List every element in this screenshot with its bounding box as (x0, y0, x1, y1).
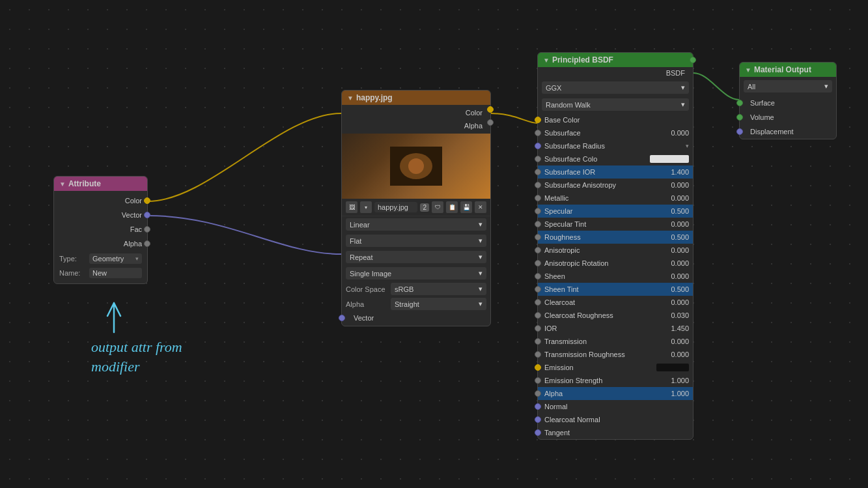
subsurface-ior-label: Subsurface IOR (544, 168, 659, 176)
subsurface-aniso-value: 0.000 (663, 181, 689, 189)
repeat-dropdown[interactable]: Repeat ▾ (346, 251, 486, 263)
normal-row: Normal (538, 400, 693, 413)
interpolation-dropdown[interactable]: Linear ▾ (346, 218, 486, 231)
material-node-header: ▼ Material Output (740, 63, 836, 77)
projection-dropdown[interactable]: Single Image ▾ (346, 267, 486, 280)
anisotropic-rot-socket[interactable] (535, 260, 541, 266)
specular-value: 0.500 (663, 207, 689, 215)
base-color-socket[interactable] (535, 117, 541, 123)
sss-dropdown[interactable]: Random Walk ▾ (542, 98, 689, 111)
extension-dropdown[interactable]: Flat ▾ (346, 235, 486, 247)
image-name-field[interactable]: happy.jpg (374, 202, 417, 212)
projection-row: Single Image ▾ (342, 265, 490, 281)
tangent-label: Tangent (544, 429, 689, 437)
svg-text:output attr from: output attr from (91, 339, 182, 355)
transmission-roughness-label: Transmission Roughness (544, 351, 659, 358)
image-vector-label: Vector (354, 314, 374, 322)
volume-row: Volume (740, 110, 836, 124)
material-collapse-arrow[interactable]: ▼ (745, 66, 751, 74)
emission-strength-socket[interactable] (535, 377, 541, 384)
material-dropdown-chevron: ▾ (824, 82, 828, 91)
clearcoat-socket[interactable] (535, 299, 541, 306)
collapse-arrow[interactable]: ▼ (59, 180, 66, 188)
displacement-label: Displacement (750, 128, 794, 136)
image-save-btn[interactable]: 💾 (460, 201, 472, 213)
ior-row: IOR 1.450 (538, 322, 693, 335)
alpha-bsdf-socket[interactable] (535, 390, 541, 397)
projection-chevron: ▾ (479, 269, 483, 278)
roughness-value: 0.500 (663, 233, 689, 241)
preview-thumbnail (390, 147, 442, 186)
subsurface-value: 0.000 (663, 129, 689, 137)
clearcoat-roughness-label: Clearcoat Roughness (544, 311, 659, 319)
name-input[interactable]: New (89, 268, 142, 278)
subsurface-row: Subsurface 0.000 (538, 126, 693, 139)
specular-socket[interactable] (535, 208, 541, 214)
surface-label: Surface (750, 99, 775, 107)
output-fac-row: Fac (54, 222, 147, 237)
subsurface-color-swatch[interactable] (650, 155, 689, 163)
output-fac-socket[interactable] (144, 226, 150, 233)
emission-color-swatch[interactable] (656, 364, 689, 371)
sheen-socket[interactable] (535, 273, 541, 280)
transmission-roughness-value: 0.000 (663, 351, 689, 358)
image-type-icon[interactable]: 🖼 (346, 201, 357, 213)
image-copy-btn[interactable]: 📋 (446, 201, 458, 213)
anisotropic-label: Anisotropic (544, 246, 659, 254)
subsurface-ior-socket[interactable] (535, 169, 541, 175)
image-color-output[interactable] (487, 106, 494, 113)
metallic-value: 0.000 (663, 194, 689, 202)
clearcoat-roughness-row: Clearcoat Roughness 0.030 (538, 309, 693, 322)
clearcoat-row: Clearcoat 0.000 (538, 296, 693, 309)
output-alpha-row: Alpha (54, 237, 147, 251)
volume-socket[interactable] (736, 114, 743, 121)
image-shield-btn[interactable]: 🛡 (432, 201, 443, 213)
emission-socket[interactable] (535, 364, 541, 371)
transmission-roughness-socket[interactable] (535, 351, 541, 358)
clearcoat-normal-label: Clearcoat Normal (544, 416, 689, 423)
material-all-dropdown[interactable]: All ▾ (744, 80, 832, 93)
svg-point-2 (408, 158, 424, 174)
subsurface-aniso-socket[interactable] (535, 182, 541, 188)
displacement-row: Displacement (740, 124, 836, 139)
ior-socket[interactable] (535, 325, 541, 332)
transmission-row: Transmission 0.000 (538, 335, 693, 348)
color-space-label: Color Space (346, 285, 388, 293)
output-color-socket[interactable] (144, 197, 150, 204)
bsdf-output-socket[interactable] (690, 57, 696, 63)
subsurface-color-socket[interactable] (535, 156, 541, 162)
anisotropic-rot-label: Anisotropic Rotation (544, 259, 659, 267)
displacement-socket[interactable] (736, 128, 743, 135)
normal-socket[interactable] (535, 403, 541, 410)
distribution-dropdown[interactable]: GGX ▾ (542, 81, 689, 94)
sheen-tint-socket[interactable] (535, 286, 541, 293)
subsurface-radius-socket[interactable] (535, 143, 541, 149)
material-target-dropdown: All ▾ (740, 77, 836, 96)
output-alpha-socket[interactable] (144, 240, 150, 247)
tangent-socket[interactable] (535, 429, 541, 436)
transmission-socket[interactable] (535, 338, 541, 345)
subsurface-socket[interactable] (535, 130, 541, 136)
bsdf-collapse-arrow[interactable]: ▼ (543, 57, 550, 64)
name-value: New (92, 269, 107, 277)
metallic-socket[interactable] (535, 195, 541, 201)
image-dropdown-btn[interactable]: ▾ (360, 201, 372, 213)
specular-row: Specular 0.500 (538, 205, 693, 218)
sheen-value: 0.000 (663, 272, 689, 280)
surface-socket[interactable] (736, 100, 743, 106)
specular-tint-socket[interactable] (535, 221, 541, 227)
roughness-socket[interactable] (535, 234, 541, 240)
color-space-dropdown[interactable]: sRGB ▾ (391, 283, 486, 295)
name-label: Name: (59, 269, 87, 277)
alpha-dropdown[interactable]: Straight ▾ (391, 298, 486, 310)
image-close-btn[interactable]: ✕ (475, 201, 486, 213)
output-vector-socket[interactable] (144, 212, 150, 218)
anisotropic-socket[interactable] (535, 247, 541, 253)
image-collapse-arrow[interactable]: ▼ (347, 94, 354, 102)
type-dropdown[interactable]: Geometry ▾ (89, 253, 142, 264)
clearcoat-roughness-socket[interactable] (535, 312, 541, 319)
image-vector-input[interactable] (339, 315, 345, 321)
image-alpha-output[interactable] (487, 119, 494, 126)
clearcoat-normal-socket[interactable] (535, 416, 541, 423)
image-alpha-label: Alpha (464, 122, 483, 130)
